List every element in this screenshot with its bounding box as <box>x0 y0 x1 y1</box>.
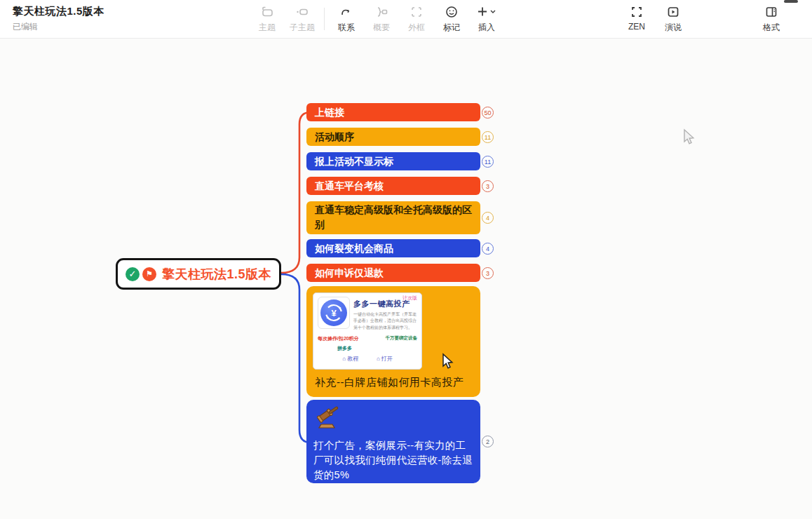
format-label: 格式 <box>763 22 780 34</box>
app-price-note: 每次操作/扣20积分 <box>318 335 359 342</box>
zen-icon <box>630 4 644 20</box>
app-platform: 拼多多 <box>337 345 417 352</box>
ad-node-badge[interactable]: 2 <box>482 436 494 447</box>
summary-icon <box>374 4 388 20</box>
branch-node-2[interactable]: 活动顺序 <box>306 128 480 146</box>
app-title: 多多一键高投产 <box>353 299 410 308</box>
zen-button[interactable]: ZEN <box>618 4 655 34</box>
subtopic-button[interactable]: 子主题 <box>285 4 320 34</box>
format-icon <box>764 4 778 20</box>
presentation-icon <box>666 4 680 20</box>
boundary-icon <box>410 4 424 20</box>
topic-label: 主题 <box>259 22 276 34</box>
home-icon: ⌂ <box>377 356 380 362</box>
task-done-icon[interactable]: ✓ <box>126 267 140 281</box>
presentation-label: 演说 <box>665 22 682 34</box>
relationship-icon <box>339 4 353 20</box>
branch-badge-6[interactable]: 4 <box>482 243 494 255</box>
subtopic-label: 子主题 <box>290 22 315 34</box>
central-topic-label: 擎天柱玩法1.5版本 <box>162 266 271 283</box>
branch-node-6[interactable]: 如何裂变机会商品 <box>306 239 480 257</box>
branch-badge-2[interactable]: 11 <box>482 131 494 143</box>
embedded-app-screenshot: ¥ 多多一键高投产 计次版 一键自动化卡高投产开车（开车老手必看）全教程，适合出… <box>313 292 422 370</box>
app-bind-note: 千万要绑定设备 <box>386 335 418 342</box>
zen-label: ZEN <box>628 22 645 32</box>
topic-icon <box>260 4 274 20</box>
branch-node-3[interactable]: 报上活动不显示标 <box>306 152 480 170</box>
subtopic-icon <box>295 4 309 20</box>
document-info: 擎天柱玩法1.5版本 已编辑 <box>13 5 104 33</box>
relationship-label: 联系 <box>338 22 355 34</box>
image-node-caption: 补充--白牌店铺如何用卡高投产 <box>313 376 474 389</box>
insert-icon <box>476 4 497 20</box>
format-button[interactable]: 格式 <box>753 4 790 34</box>
boundary-label: 外框 <box>408 22 425 34</box>
branch-label: 如何裂变机会商品 <box>315 243 393 254</box>
ad-node-text: 打个广告，案例展示--有实力的工厂可以找我们纯佣代运营收-除去退货的5% <box>313 438 473 483</box>
summary-button[interactable]: 概要 <box>364 4 399 34</box>
boundary-button[interactable]: 外框 <box>399 4 434 34</box>
branch-badge-5[interactable]: 4 <box>482 212 494 224</box>
marker-button[interactable]: 标记 <box>434 4 469 34</box>
branch-badge-7[interactable]: 3 <box>482 267 494 279</box>
branch-badge-3[interactable]: 11 <box>482 156 494 168</box>
marker-icon <box>445 4 459 20</box>
branch-node-5[interactable]: 直通车稳定高级版和全托高级版的区别 <box>306 201 480 234</box>
image-branch-node[interactable]: ¥ 多多一键高投产 计次版 一键自动化卡高投产开车（开车老手必看）全教程，适合出… <box>306 286 480 397</box>
main-toolbar: 主题 子主题 联系 <box>250 4 504 34</box>
app-description: 一键自动化卡高投产开车（开车老手必看）全教程，适合出高投综合第十个教程前的体系课… <box>353 311 417 331</box>
open-button: ⌂打开 <box>377 355 393 363</box>
branch-label: 报上活动不显示标 <box>315 156 393 167</box>
insert-label: 插入 <box>478 22 495 34</box>
branch-label: 直通车平台考核 <box>315 180 384 191</box>
marker-label: 标记 <box>443 22 460 34</box>
titlebar-dark-strip <box>784 0 798 3</box>
relationship-button[interactable]: 联系 <box>329 4 364 34</box>
ad-branch-node[interactable]: 打个广告，案例展示--有实力的工厂可以找我们纯佣代运营收-除去退货的5% <box>306 400 480 483</box>
branch-badge-4[interactable]: 3 <box>482 180 494 192</box>
topic-button[interactable]: 主题 <box>250 4 285 34</box>
app-icon-frame: ¥ <box>318 297 350 329</box>
branch-node-4[interactable]: 直通车平台考核 <box>306 177 480 195</box>
insert-button[interactable]: 插入 <box>469 4 504 34</box>
save-status: 已编辑 <box>13 21 104 33</box>
toolbar-divider <box>324 8 325 30</box>
document-title: 擎天柱玩法1.5版本 <box>13 5 104 18</box>
branch-node-1[interactable]: 上链接 <box>306 103 480 121</box>
right-toolbar: ZEN 演说 格式 <box>618 4 790 34</box>
summary-label: 概要 <box>373 22 390 34</box>
home-icon: ⌂ <box>342 356 346 362</box>
presentation-button[interactable]: 演说 <box>655 4 691 34</box>
ghost-cursor <box>682 128 697 147</box>
branch-label: 上链接 <box>315 107 344 118</box>
branch-label: 活动顺序 <box>315 131 354 142</box>
yuan-symbol: ¥ <box>331 308 337 318</box>
branch-badge-1[interactable]: 50 <box>482 107 494 119</box>
branch-label: 如何申诉仅退款 <box>315 267 384 278</box>
app-icon: ¥ <box>320 299 347 326</box>
branch-label: 直通车稳定高级版和全托高级版的区别 <box>315 204 472 230</box>
central-topic[interactable]: ✓ ⚑ 擎天柱玩法1.5版本 <box>116 258 281 290</box>
gavel-icon <box>313 406 343 431</box>
flag-icon[interactable]: ⚑ <box>142 267 156 281</box>
branch-node-7[interactable]: 如何申诉仅退款 <box>306 264 480 282</box>
titlebar: 擎天柱玩法1.5版本 已编辑 主题 子主题 <box>0 0 812 39</box>
mindmap-canvas[interactable]: ✓ ⚑ 擎天柱玩法1.5版本 上链接 50 活动顺序 11 报上活动不显示标 1… <box>0 39 812 519</box>
app-version-tag: 计次版 <box>402 295 417 302</box>
tutorial-button: ⌂教程 <box>342 355 358 363</box>
